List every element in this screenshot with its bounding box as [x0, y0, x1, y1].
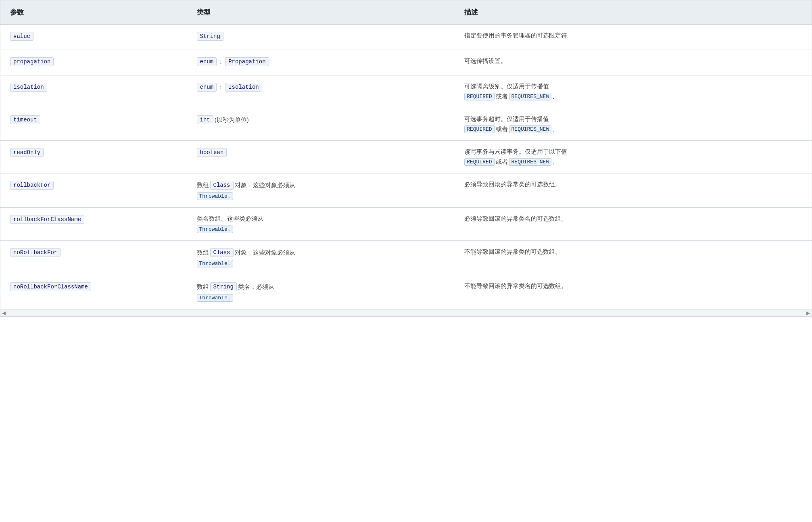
- desc-cell: 可选事务超时。仅适用于传播值REQUIRED 或者 REQUIRES_NEW .: [455, 108, 812, 141]
- table-row: rollbackFor数组 Class 对象，这些对象必须从Throwable.…: [0, 173, 812, 208]
- inline-code: Throwable.: [197, 192, 233, 200]
- desc-cell: 必须导致回滚的异常类名的可选数组。: [455, 208, 812, 241]
- inline-code: Throwable.: [197, 226, 233, 233]
- param-code: readOnly: [10, 148, 44, 157]
- desc-text: 可选事务超时。仅适用于传播值: [464, 115, 802, 123]
- table-row: timeoutint (以秒为单位)可选事务超时。仅适用于传播值REQUIRED…: [0, 108, 812, 141]
- param-cell: timeout: [0, 108, 187, 141]
- desc-text: 或者: [496, 93, 508, 100]
- scrollbar-row[interactable]: ◀ ▶: [0, 309, 812, 316]
- header-param: 参数: [0, 0, 187, 25]
- type-text: 数组: [197, 283, 209, 291]
- header-type: 类型: [187, 0, 455, 25]
- param-code: noRollbackFor: [10, 248, 61, 257]
- desc-cell: 可选传播设置。: [455, 50, 812, 75]
- table-row: readOnlyboolean读写事务与只读事务。仅适用于以下值REQUIRED…: [0, 141, 812, 173]
- table-row: rollbackForClassName类名数组。这些类必须从 Throwabl…: [0, 208, 812, 241]
- desc-text: 读写事务与只读事务。仅适用于以下值: [464, 148, 802, 156]
- type-cell: 类名数组。这些类必须从 Throwable.: [187, 208, 455, 241]
- type-code: Class: [210, 248, 234, 257]
- desc-cell: 指定要使用的事务管理器的可选限定符。: [455, 25, 812, 50]
- desc-inline-code: REQUIRES_NEW: [509, 158, 552, 166]
- type-text: 类名数组。这些类必须从: [197, 215, 263, 223]
- desc-inline-code: REQUIRES_NEW: [509, 125, 552, 133]
- type-code: Class: [210, 181, 234, 190]
- table-header-row: 参数 类型 描述: [0, 0, 812, 25]
- desc-text: 必须导致回滚的异常类名的可选数组。: [464, 215, 802, 223]
- desc-text: 不能导致回滚的异常类名的可选数组。: [464, 282, 802, 290]
- desc-cell: 不能导致回滚的异常类的可选数组。: [455, 241, 812, 275]
- param-cell: noRollbackFor: [0, 241, 187, 275]
- desc-cell: 必须导致回滚的异常类的可选数组。: [455, 173, 812, 208]
- param-cell: value: [0, 25, 187, 50]
- type-cell: 数组 Class 对象，这些对象必须从Throwable.: [187, 241, 455, 275]
- desc-text: 或者: [496, 158, 508, 166]
- table-row: isolationenum：Isolation可选隔离级别。仅适用于传播值REQ…: [0, 75, 812, 108]
- scroll-right-arrow[interactable]: ▶: [806, 310, 810, 316]
- desc-inline-code: REQUIRED: [464, 125, 494, 133]
- type-code: Isolation: [225, 83, 262, 92]
- param-cell: rollbackFor: [0, 173, 187, 208]
- table-container: 参数 类型 描述 valueString指定要使用的事务管理器的可选限定符。pr…: [0, 0, 812, 317]
- type-text: ：: [218, 58, 224, 66]
- header-desc: 描述: [455, 0, 812, 25]
- desc-text: 或者: [496, 125, 508, 133]
- desc-cell: 不能导致回滚的异常类名的可选数组。: [455, 275, 812, 309]
- param-code: noRollbackForClassName: [10, 282, 91, 291]
- table-row: noRollbackForClassName数组 String 类名，必须从 T…: [0, 275, 812, 309]
- type-text: 对象，这些对象必须从: [235, 182, 295, 189]
- type-text: ：: [218, 84, 224, 91]
- desc-text: 可选隔离级别。仅适用于传播值: [464, 83, 802, 90]
- desc-cell: 读写事务与只读事务。仅适用于以下值REQUIRED 或者 REQUIRES_NE…: [455, 141, 812, 173]
- param-cell: readOnly: [0, 141, 187, 173]
- table-row: noRollbackFor数组 Class 对象，这些对象必须从Throwabl…: [0, 241, 812, 275]
- desc-text: .: [553, 126, 554, 133]
- desc-text: 指定要使用的事务管理器的可选限定符。: [464, 32, 802, 40]
- type-code: String: [210, 282, 237, 291]
- desc-text: .: [553, 159, 554, 165]
- type-code: enum: [197, 83, 217, 92]
- type-code: enum: [197, 57, 217, 66]
- desc-inline-code: REQUIRED: [464, 93, 494, 100]
- type-text: 对象，这些对象必须从: [235, 249, 295, 257]
- type-text: (以秒为单位): [215, 116, 249, 124]
- scroll-left-arrow[interactable]: ◀: [2, 310, 6, 316]
- desc-text: 可选传播设置。: [464, 57, 802, 65]
- type-cell: int (以秒为单位): [187, 108, 455, 141]
- type-cell: boolean: [187, 141, 455, 173]
- type-cell: 数组 Class 对象，这些对象必须从Throwable.: [187, 173, 455, 208]
- type-text: 数组: [197, 182, 209, 189]
- type-code: int: [197, 115, 213, 124]
- inline-code: Throwable.: [197, 294, 233, 302]
- type-code: boolean: [197, 148, 227, 157]
- param-code: timeout: [10, 115, 40, 124]
- desc-inline-code: REQUIRED: [464, 158, 494, 166]
- param-cell: isolation: [0, 75, 187, 108]
- type-cell: enum：Propagation: [187, 50, 455, 75]
- type-text: 数组: [197, 249, 209, 257]
- desc-cell: 可选隔离级别。仅适用于传播值REQUIRED 或者 REQUIRES_NEW .: [455, 75, 812, 108]
- type-cell: String: [187, 25, 455, 50]
- table-row: valueString指定要使用的事务管理器的可选限定符。: [0, 25, 812, 50]
- type-cell: enum：Isolation: [187, 75, 455, 108]
- type-code: Propagation: [225, 57, 269, 66]
- desc-inline-code: REQUIRES_NEW: [509, 93, 552, 100]
- param-code: rollbackFor: [10, 181, 54, 190]
- param-cell: noRollbackForClassName: [0, 275, 187, 309]
- desc-text: .: [553, 93, 554, 100]
- param-cell: rollbackForClassName: [0, 208, 187, 241]
- type-cell: 数组 String 类名，必须从 Throwable.: [187, 275, 455, 309]
- type-text: 类名，必须从: [238, 283, 274, 291]
- params-table: 参数 类型 描述 valueString指定要使用的事务管理器的可选限定符。pr…: [0, 0, 812, 309]
- param-code: propagation: [10, 57, 54, 66]
- desc-text: 不能导致回滚的异常类的可选数组。: [464, 248, 802, 256]
- inline-code: Throwable.: [197, 260, 233, 267]
- type-code: String: [197, 32, 223, 41]
- table-row: propagationenum：Propagation可选传播设置。: [0, 50, 812, 75]
- desc-text: 必须导致回滚的异常类的可选数组。: [464, 181, 802, 188]
- param-code: isolation: [10, 83, 47, 92]
- param-code: rollbackForClassName: [10, 215, 84, 224]
- param-cell: propagation: [0, 50, 187, 75]
- param-code: value: [10, 32, 33, 41]
